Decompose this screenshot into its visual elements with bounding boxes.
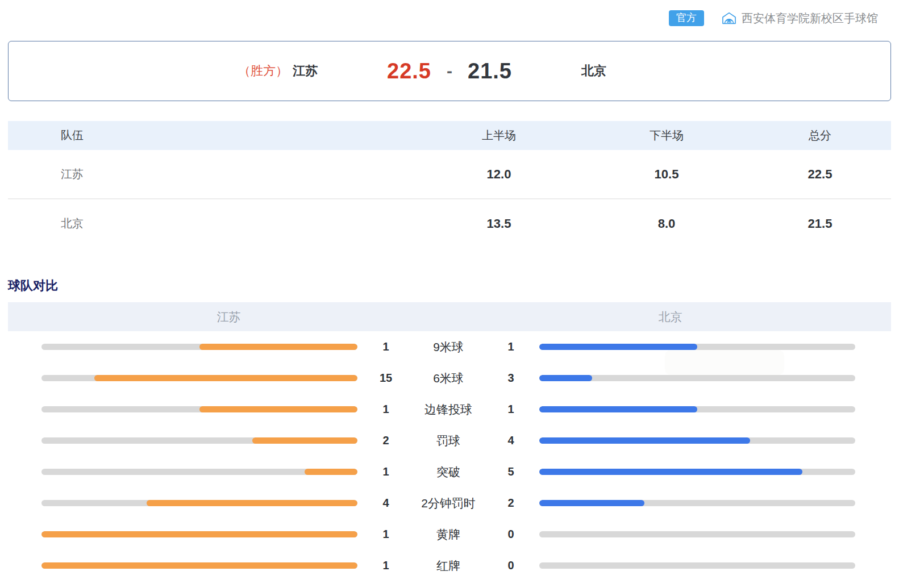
home-stat-bar	[41, 531, 357, 537]
row-total: 22.5	[749, 167, 891, 182]
stat-row: 1 突破 5	[41, 456, 855, 487]
home-stat-bar	[41, 437, 357, 444]
comparison-title: 球队对比	[8, 277, 899, 294]
home-stat-bar-fill	[252, 437, 357, 444]
winner-label: （胜方）	[238, 62, 288, 80]
header-first-half: 上半场	[414, 128, 584, 143]
venue-name: 西安体育学院新校区手球馆	[742, 11, 878, 26]
stat-label: 9米球	[414, 339, 482, 355]
home-stat-bar-fill	[94, 375, 357, 381]
stat-label: 6米球	[414, 370, 482, 386]
home-stat-bar-fill	[305, 469, 357, 475]
away-score: 21.5	[468, 59, 512, 84]
away-stat-bar	[539, 531, 855, 537]
match-result-page: 官方 西安体育学院新校区手球馆 （胜方） 江苏 22.5 - 21.5 北京	[0, 0, 899, 581]
header-second-half: 下半场	[584, 128, 749, 143]
home-stat-bar	[41, 500, 357, 506]
comparison-rows: 1 9米球 1 15 6米球 3 1 边锋投球 1 2 罚球 4	[41, 331, 855, 581]
venue-link[interactable]: 西安体育学院新校区手球馆	[721, 11, 878, 26]
score-line: 22.5 - 21.5	[387, 59, 512, 84]
stat-label: 黄牌	[414, 527, 482, 543]
stat-away-value: 2	[482, 497, 539, 510]
stadium-icon	[721, 11, 737, 26]
away-stat-bar	[539, 500, 855, 506]
stat-row: 1 9米球 1	[41, 331, 855, 362]
home-stat-bar	[41, 406, 357, 412]
home-stat-bar-fill	[41, 562, 357, 569]
header-total: 总分	[749, 128, 891, 143]
stat-home-value: 1	[357, 528, 414, 541]
row-team-name: 北京	[8, 216, 414, 231]
home-stat-bar	[41, 469, 357, 475]
away-stat-bar-fill	[539, 344, 697, 350]
stat-label: 红牌	[414, 558, 482, 574]
away-stat-bar	[539, 406, 855, 412]
comparison-right-team: 北京	[450, 309, 891, 325]
home-stat-bar-fill	[199, 344, 357, 350]
comparison-header-band: 江苏 北京	[8, 302, 891, 331]
stat-home-value: 1	[357, 465, 414, 478]
stat-away-value: 1	[482, 340, 539, 353]
stat-row: 1 边锋投球 1	[41, 394, 855, 425]
stat-row: 4 2分钟罚时 2	[41, 487, 855, 519]
away-team-name: 北京	[581, 64, 606, 78]
stat-away-value: 1	[482, 403, 539, 416]
row-total: 21.5	[749, 216, 891, 231]
comparison-panel: 江苏 北京 1 9米球 1 15 6米球 3 1 边锋投球 1	[0, 302, 899, 581]
row-team-name: 江苏	[8, 166, 414, 182]
stat-away-value: 3	[482, 372, 539, 385]
topbar: 官方 西安体育学院新校区手球馆	[0, 0, 899, 30]
half-score-table: 队伍 上半场 下半场 总分 江苏 12.0 10.5 22.5 北京 13.5 …	[8, 121, 891, 248]
stat-away-value: 5	[482, 465, 539, 478]
comparison-left-team: 江苏	[8, 309, 450, 325]
row-second-half: 8.0	[584, 216, 749, 231]
scoreboard-away-side: 北京	[512, 62, 606, 80]
stat-row: 1 黄牌 0	[41, 519, 855, 550]
stat-away-value: 0	[482, 559, 539, 572]
away-stat-bar-fill	[539, 500, 644, 506]
stat-row: 15 6米球 3	[41, 362, 855, 394]
official-badge[interactable]: 官方	[669, 10, 704, 26]
scoreboard: （胜方） 江苏 22.5 - 21.5 北京	[8, 41, 891, 101]
stat-label: 突破	[414, 464, 482, 480]
away-stat-bar-fill	[539, 406, 697, 412]
away-stat-bar	[539, 344, 855, 350]
stat-away-value: 0	[482, 528, 539, 541]
table-header-row: 队伍 上半场 下半场 总分	[8, 121, 891, 150]
row-first-half: 13.5	[414, 216, 584, 231]
stat-away-value: 4	[482, 434, 539, 447]
home-stat-bar	[41, 562, 357, 569]
away-stat-bar	[539, 469, 855, 475]
stat-label: 边锋投球	[414, 402, 482, 418]
stat-home-value: 1	[357, 340, 414, 353]
stat-home-value: 15	[357, 372, 414, 385]
table-row: 北京 13.5 8.0 21.5	[8, 199, 891, 248]
header-team: 队伍	[8, 128, 414, 143]
away-stat-bar-fill	[539, 437, 750, 444]
home-stat-bar	[41, 375, 357, 381]
home-team-name: 江苏	[293, 62, 318, 80]
table-row: 江苏 12.0 10.5 22.5	[8, 150, 891, 198]
stat-row: 2 罚球 4	[41, 425, 855, 456]
home-stat-bar-fill	[199, 406, 357, 412]
home-stat-bar-fill	[147, 500, 357, 506]
stat-home-value: 1	[357, 559, 414, 572]
stat-row: 1 红牌 0	[41, 550, 855, 581]
away-stat-bar	[539, 437, 855, 444]
stat-home-value: 4	[357, 497, 414, 510]
away-stat-bar-fill	[539, 375, 592, 381]
scoreboard-home-side: （胜方） 江苏	[238, 62, 387, 80]
stat-label: 2分钟罚时	[414, 495, 482, 511]
stat-home-value: 2	[357, 434, 414, 447]
row-second-half: 10.5	[584, 167, 749, 182]
home-stat-bar-fill	[41, 531, 357, 537]
home-score: 22.5	[387, 59, 431, 84]
score-separator: -	[447, 61, 452, 81]
row-first-half: 12.0	[414, 167, 584, 182]
stat-home-value: 1	[357, 403, 414, 416]
away-stat-bar-fill	[539, 469, 802, 475]
away-stat-bar	[539, 375, 855, 381]
stat-label: 罚球	[414, 433, 482, 449]
home-stat-bar	[41, 344, 357, 350]
away-stat-bar	[539, 562, 855, 569]
